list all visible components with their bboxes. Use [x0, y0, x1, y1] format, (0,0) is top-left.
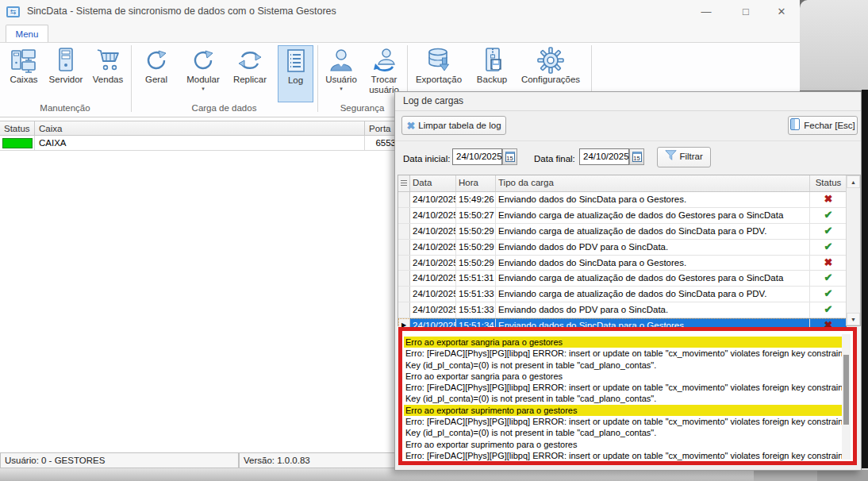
clear-log-button[interactable]: ✖Limpar tabela de log [401, 116, 506, 135]
ribbon-button-usuario[interactable]: Usuário ▾ [321, 45, 362, 102]
clear-x-icon: ✖ [406, 120, 415, 132]
log-grid: Data Hora Tipo da carga Status 24/10/202… [398, 175, 861, 326]
chevron-down-icon: ▾ [321, 86, 362, 92]
status-check-icon: ✔ [810, 240, 847, 255]
log-grid-row[interactable]: 24/10/202515:51:33Enviando dados do PDV … [398, 302, 847, 318]
button-label: Modular [181, 75, 225, 85]
row-indicator [398, 302, 410, 317]
minimize-button[interactable]: — [690, 3, 722, 21]
row-indicator [398, 208, 410, 223]
column-header-status[interactable]: Status [0, 121, 35, 136]
log-de-cargas-panel: Log de cargas ✖Limpar tabela de log Fech… [394, 91, 862, 471]
log-grid-row[interactable]: 24/10/202515:50:29Enviando dados do PDV … [398, 240, 847, 256]
close-panel-label: Fechar [Esc] [804, 121, 855, 130]
ribbon-button-modular[interactable]: Modular ▾ [181, 45, 225, 102]
scroll-up-icon[interactable]: ▲ [847, 175, 860, 188]
cell-data: 24/10/2025 [410, 192, 456, 207]
row-indicator [398, 287, 410, 302]
error-line-highlighted: Erro ao exportar suprimento para o gesto… [404, 405, 842, 416]
ribbon-button-vendas[interactable]: Vendas [87, 45, 129, 102]
log-grid-row[interactable]: 24/10/202515:50:27Enviando carga de atua… [398, 208, 847, 224]
calendar-icon: 15 [632, 152, 642, 162]
error-line: Key (id_pl_conta)=(0) is not present in … [404, 360, 842, 371]
log-grid-row[interactable]: 24/10/202515:51:31Enviando carga de atua… [398, 271, 847, 287]
column-header-data[interactable]: Data [410, 175, 456, 191]
log-grid-row[interactable]: 24/10/202515:51:33Enviando carga de atua… [398, 287, 847, 302]
tab-menu[interactable]: Menu [6, 25, 48, 43]
ribbon-separator [131, 45, 132, 112]
column-header-status[interactable]: Status [810, 175, 847, 191]
button-label: Replicar [227, 75, 273, 85]
cell-hora: 15:50:29 [456, 256, 496, 271]
row-indicator [398, 271, 410, 286]
status-cross-icon: ✖ [810, 192, 847, 207]
close-icon[interactable]: ✕ [766, 3, 797, 21]
sync-icon [143, 47, 170, 74]
filter-button[interactable]: Filtrar [657, 147, 711, 167]
ribbon-button-geral[interactable]: Geral [135, 45, 178, 102]
title-bar[interactable]: ⇆ SincData - Sistema de sincronismo de d… [0, 0, 800, 24]
date-start-input[interactable]: 24/10/2025 [452, 148, 502, 165]
cell-data: 24/10/2025 [410, 271, 456, 286]
ribbon-group-label: Carga de dados [132, 103, 317, 114]
grid-scrollbar[interactable]: ▲ ▼ [846, 175, 860, 325]
error-line: Erro: [FireDAC][Phys][PG][libpq] ERROR: … [404, 416, 842, 427]
error-line: Key (id_pl_conta)=(0) is not present in … [404, 461, 842, 465]
chevron-down-icon: ▾ [181, 86, 225, 92]
cell-caixa[interactable]: CAIXA [35, 136, 365, 151]
button-label: Log [278, 75, 313, 86]
ribbon-button-caixas[interactable]: Caixas [5, 45, 43, 102]
status-check-icon: ✔ [810, 224, 847, 239]
error-line-highlighted: Erro ao exportar sangria para o gestores [404, 337, 842, 348]
cell-tipo: Enviando carga de atualização de dados d… [496, 224, 810, 239]
replicate-arrows-icon [236, 47, 263, 74]
list-lines-icon [401, 180, 407, 186]
cell-tipo: Enviando dados do SincData para o Gestor… [496, 192, 810, 207]
scroll-down-icon[interactable]: ▼ [847, 313, 860, 325]
grid-indicator-header [398, 175, 410, 191]
error-log-scrollbar[interactable] [842, 334, 851, 460]
cell-hora: 15:51:33 [456, 302, 496, 317]
cell-data: 24/10/2025 [410, 302, 456, 317]
cell-data: 24/10/2025 [410, 224, 456, 239]
date-end-label: Data final: [534, 151, 575, 167]
log-grid-row[interactable]: 24/10/202515:50:29Enviando carga de atua… [398, 224, 847, 240]
error-log-box: Erro ao exportar sangria para o gestores… [398, 327, 857, 465]
row-indicator [398, 256, 410, 271]
cell-tipo: Enviando dados do SincData para o Gestor… [496, 256, 810, 271]
cell-tipo: Enviando dados do PDV para o SincData. [496, 302, 810, 317]
date-end-input[interactable]: 24/10/2025 [579, 148, 629, 165]
cell-hora: 15:51:31 [456, 271, 496, 286]
cell-porta[interactable]: 6553 [365, 136, 398, 151]
desktop-bottom-block [754, 470, 817, 481]
sync-icon [190, 47, 217, 74]
ribbon-button-log[interactable]: Log [278, 45, 313, 102]
log-grid-rows: 24/10/202515:49:26Enviando dados do Sinc… [398, 192, 860, 334]
error-log-lines: Erro ao exportar sangria para o gestores… [404, 337, 842, 465]
cell-hora: 15:49:26 [456, 192, 496, 207]
date-start-calendar-button[interactable]: 15 [502, 148, 517, 165]
column-header-tipo[interactable]: Tipo da carga [496, 175, 810, 191]
filter-label: Filtrar [679, 152, 702, 161]
ribbon-group-label: Manutenção [0, 103, 130, 114]
database-export-icon [425, 47, 452, 74]
row-indicator [398, 240, 410, 255]
switch-user-icon [371, 47, 398, 74]
statusbar-user: Usuário: 0 - GESTORES [0, 452, 239, 468]
ribbon-button-servidor[interactable]: Servidor [46, 45, 86, 102]
date-end-calendar-button[interactable]: 15 [629, 148, 644, 165]
cell-hora: 15:50:29 [456, 224, 496, 239]
status-cross-icon: ✖ [810, 256, 847, 271]
log-grid-row[interactable]: 24/10/202515:49:26Enviando dados do Sinc… [398, 192, 847, 208]
maximize-button[interactable]: □ [730, 3, 762, 21]
button-label: Backup [471, 75, 513, 85]
column-header-caixa[interactable]: Caixa [35, 121, 365, 136]
ribbon-button-replicar[interactable]: Replicar [227, 45, 273, 102]
close-panel-button[interactable]: Fechar [Esc] [788, 116, 858, 135]
cell-hora: 15:51:33 [456, 287, 496, 302]
column-header-hora[interactable]: Hora [456, 175, 496, 191]
log-grid-row[interactable]: 24/10/202515:50:29Enviando dados do Sinc… [398, 256, 847, 271]
ribbon-separator [317, 45, 318, 112]
scroll-thumb[interactable] [843, 355, 849, 425]
status-check-icon: ✔ [810, 287, 847, 302]
